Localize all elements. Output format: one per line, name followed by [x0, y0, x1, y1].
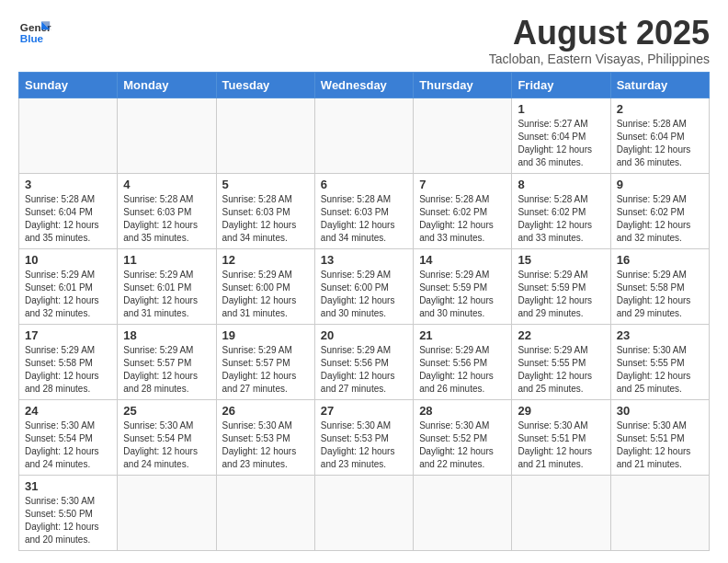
day-info: Sunrise: 5:29 AM Sunset: 5:59 PM Dayligh…: [518, 269, 604, 320]
day-info: Sunrise: 5:28 AM Sunset: 6:02 PM Dayligh…: [419, 193, 506, 245]
header-saturday: Saturday: [610, 72, 709, 98]
table-row: 26Sunrise: 5:30 AM Sunset: 5:53 PM Dayli…: [216, 399, 314, 475]
table-row: [216, 98, 314, 173]
table-row: 19Sunrise: 5:29 AM Sunset: 5:57 PM Dayli…: [216, 324, 314, 399]
day-number: 27: [321, 404, 407, 418]
table-row: 18Sunrise: 5:29 AM Sunset: 5:57 PM Dayli…: [118, 324, 216, 399]
table-row: 17Sunrise: 5:29 AM Sunset: 5:58 PM Dayli…: [19, 324, 118, 399]
day-info: Sunrise: 5:29 AM Sunset: 5:56 PM Dayligh…: [321, 344, 407, 396]
table-row: 8Sunrise: 5:28 AM Sunset: 6:02 PM Daylig…: [512, 173, 610, 248]
table-row: 11Sunrise: 5:29 AM Sunset: 6:01 PM Dayli…: [118, 248, 216, 324]
day-number: 4: [123, 178, 210, 191]
day-number: 29: [518, 404, 604, 418]
table-row: 3Sunrise: 5:28 AM Sunset: 6:04 PM Daylig…: [19, 173, 118, 248]
day-info: Sunrise: 5:29 AM Sunset: 6:01 PM Dayligh…: [25, 269, 111, 320]
table-row: [19, 98, 118, 173]
header-tuesday: Tuesday: [216, 72, 314, 98]
table-row: 2Sunrise: 5:28 AM Sunset: 6:04 PM Daylig…: [610, 98, 709, 173]
day-info: Sunrise: 5:30 AM Sunset: 5:51 PM Dayligh…: [617, 419, 703, 471]
day-info: Sunrise: 5:30 AM Sunset: 5:55 PM Dayligh…: [617, 344, 703, 396]
day-number: 20: [321, 328, 407, 342]
table-row: 6Sunrise: 5:28 AM Sunset: 6:03 PM Daylig…: [314, 173, 413, 248]
day-info: Sunrise: 5:29 AM Sunset: 6:00 PM Dayligh…: [222, 269, 309, 320]
svg-text:Blue: Blue: [20, 32, 44, 44]
day-number: 7: [419, 178, 506, 191]
table-row: 29Sunrise: 5:30 AM Sunset: 5:51 PM Dayli…: [512, 399, 610, 475]
day-number: 30: [617, 404, 703, 418]
table-row: 7Sunrise: 5:28 AM Sunset: 6:02 PM Daylig…: [414, 173, 512, 248]
day-info: Sunrise: 5:29 AM Sunset: 5:57 PM Dayligh…: [123, 344, 210, 396]
day-info: Sunrise: 5:30 AM Sunset: 5:54 PM Dayligh…: [123, 419, 210, 471]
table-row: 4Sunrise: 5:28 AM Sunset: 6:03 PM Daylig…: [118, 173, 216, 248]
weekday-header-row: Sunday Monday Tuesday Wednesday Thursday…: [19, 72, 710, 98]
day-info: Sunrise: 5:30 AM Sunset: 5:53 PM Dayligh…: [222, 419, 309, 471]
header-wednesday: Wednesday: [314, 72, 413, 98]
day-number: 23: [617, 328, 703, 342]
day-number: 9: [617, 178, 703, 191]
day-number: 8: [518, 178, 604, 191]
table-row: 16Sunrise: 5:29 AM Sunset: 5:58 PM Dayli…: [610, 248, 709, 324]
calendar-row: 31Sunrise: 5:30 AM Sunset: 5:50 PM Dayli…: [19, 475, 710, 550]
day-info: Sunrise: 5:30 AM Sunset: 5:54 PM Dayligh…: [25, 419, 111, 471]
calendar-row: 17Sunrise: 5:29 AM Sunset: 5:58 PM Dayli…: [19, 324, 710, 399]
table-row: 30Sunrise: 5:30 AM Sunset: 5:51 PM Dayli…: [610, 399, 709, 475]
table-row: [414, 98, 512, 173]
table-row: [610, 475, 709, 550]
table-row: 24Sunrise: 5:30 AM Sunset: 5:54 PM Dayli…: [19, 399, 118, 475]
header-thursday: Thursday: [414, 72, 512, 98]
day-info: Sunrise: 5:28 AM Sunset: 6:02 PM Dayligh…: [518, 193, 604, 245]
table-row: 31Sunrise: 5:30 AM Sunset: 5:50 PM Dayli…: [19, 475, 118, 550]
title-block: August 2025 Tacloban, Eastern Visayas, P…: [489, 15, 710, 66]
day-info: Sunrise: 5:30 AM Sunset: 5:53 PM Dayligh…: [321, 419, 407, 471]
table-row: 21Sunrise: 5:29 AM Sunset: 5:56 PM Dayli…: [414, 324, 512, 399]
table-row: [314, 98, 413, 173]
day-info: Sunrise: 5:28 AM Sunset: 6:04 PM Dayligh…: [617, 118, 703, 169]
table-row: [216, 475, 314, 550]
day-info: Sunrise: 5:30 AM Sunset: 5:52 PM Dayligh…: [419, 419, 506, 471]
day-number: 18: [123, 328, 210, 342]
table-row: 20Sunrise: 5:29 AM Sunset: 5:56 PM Dayli…: [314, 324, 413, 399]
day-number: 13: [321, 253, 407, 267]
day-number: 10: [25, 253, 111, 267]
table-row: 27Sunrise: 5:30 AM Sunset: 5:53 PM Dayli…: [314, 399, 413, 475]
calendar-row: 1Sunrise: 5:27 AM Sunset: 6:04 PM Daylig…: [19, 98, 710, 173]
day-number: 3: [25, 178, 111, 191]
day-number: 6: [321, 178, 407, 191]
calendar-row: 10Sunrise: 5:29 AM Sunset: 6:01 PM Dayli…: [19, 248, 710, 324]
day-info: Sunrise: 5:29 AM Sunset: 5:58 PM Dayligh…: [25, 344, 111, 396]
table-row: 25Sunrise: 5:30 AM Sunset: 5:54 PM Dayli…: [118, 399, 216, 475]
calendar-title: August 2025: [489, 15, 710, 52]
day-number: 11: [123, 253, 210, 267]
day-info: Sunrise: 5:28 AM Sunset: 6:03 PM Dayligh…: [321, 193, 407, 245]
table-row: 12Sunrise: 5:29 AM Sunset: 6:00 PM Dayli…: [216, 248, 314, 324]
day-info: Sunrise: 5:29 AM Sunset: 5:59 PM Dayligh…: [419, 269, 506, 320]
table-row: 13Sunrise: 5:29 AM Sunset: 6:00 PM Dayli…: [314, 248, 413, 324]
table-row: [314, 475, 413, 550]
day-number: 17: [25, 328, 111, 342]
day-info: Sunrise: 5:29 AM Sunset: 5:56 PM Dayligh…: [419, 344, 506, 396]
day-info: Sunrise: 5:29 AM Sunset: 5:58 PM Dayligh…: [617, 269, 703, 320]
day-info: Sunrise: 5:28 AM Sunset: 6:03 PM Dayligh…: [123, 193, 210, 245]
table-row: 5Sunrise: 5:28 AM Sunset: 6:03 PM Daylig…: [216, 173, 314, 248]
calendar-table: Sunday Monday Tuesday Wednesday Thursday…: [18, 72, 710, 551]
day-number: 16: [617, 253, 703, 267]
day-info: Sunrise: 5:28 AM Sunset: 6:04 PM Dayligh…: [25, 193, 111, 245]
header: General Blue August 2025 Tacloban, Easte…: [18, 15, 710, 66]
header-monday: Monday: [118, 72, 216, 98]
day-number: 15: [518, 253, 604, 267]
day-info: Sunrise: 5:27 AM Sunset: 6:04 PM Dayligh…: [518, 118, 604, 169]
day-number: 21: [419, 328, 506, 342]
day-number: 19: [222, 328, 309, 342]
day-info: Sunrise: 5:29 AM Sunset: 6:02 PM Dayligh…: [617, 193, 703, 245]
day-info: Sunrise: 5:30 AM Sunset: 5:51 PM Dayligh…: [518, 419, 604, 471]
day-number: 31: [25, 479, 111, 493]
header-sunday: Sunday: [19, 72, 118, 98]
day-number: 1: [518, 102, 604, 116]
day-number: 14: [419, 253, 506, 267]
table-row: [512, 475, 610, 550]
table-row: [414, 475, 512, 550]
table-row: 22Sunrise: 5:29 AM Sunset: 5:55 PM Dayli…: [512, 324, 610, 399]
calendar-row: 24Sunrise: 5:30 AM Sunset: 5:54 PM Dayli…: [19, 399, 710, 475]
logo: General Blue: [18, 15, 51, 48]
table-row: 9Sunrise: 5:29 AM Sunset: 6:02 PM Daylig…: [610, 173, 709, 248]
